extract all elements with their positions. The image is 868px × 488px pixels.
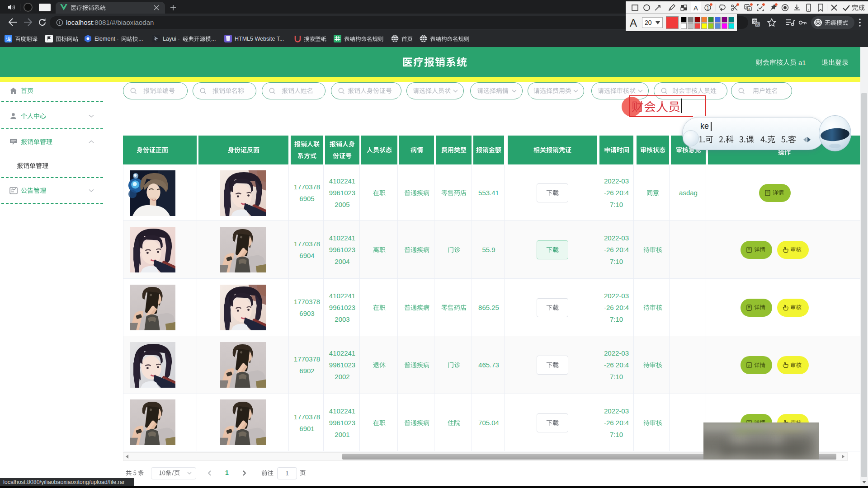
svg-text:1: 1 [707, 5, 709, 10]
svg-text:A: A [630, 17, 637, 29]
svg-text:A: A [748, 8, 750, 11]
svg-text:A: A [693, 4, 698, 12]
svg-text:A: A [756, 23, 759, 27]
